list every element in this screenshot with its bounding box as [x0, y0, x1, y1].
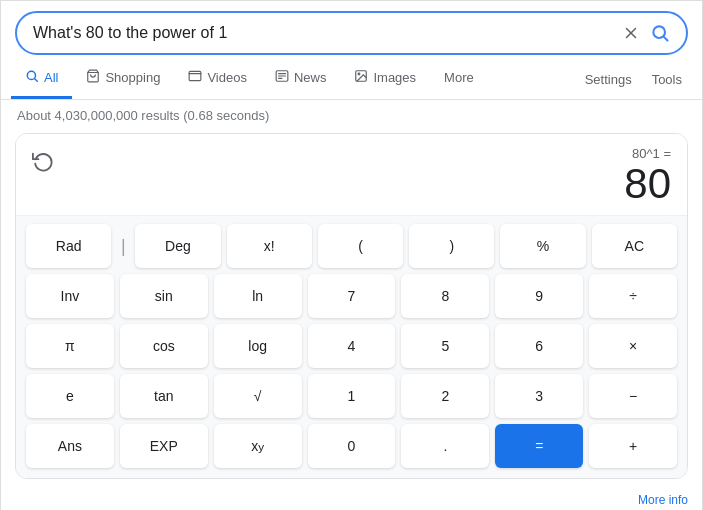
btn-ac[interactable]: AC [592, 224, 677, 268]
tab-videos-label: Videos [207, 70, 247, 85]
btn-pi[interactable]: π [26, 324, 114, 368]
nav-tabs: All Shopping Videos News Images More Set… [1, 59, 702, 100]
tab-news-label: News [294, 70, 327, 85]
btn-power[interactable]: xy [214, 424, 302, 468]
tools-link[interactable]: Tools [642, 62, 692, 97]
btn-minus[interactable]: − [589, 374, 677, 418]
tab-videos[interactable]: Videos [174, 59, 261, 99]
btn-9[interactable]: 9 [495, 274, 583, 318]
calc-buttons-grid: Rad | Deg x! ( ) % AC Inv sin ln 7 8 9 ÷… [16, 216, 687, 478]
btn-open-paren[interactable]: ( [318, 224, 403, 268]
clear-icon[interactable] [622, 24, 640, 42]
news-icon [275, 69, 289, 86]
tab-images[interactable]: Images [340, 59, 430, 99]
tab-images-label: Images [373, 70, 416, 85]
btn-cos[interactable]: cos [120, 324, 208, 368]
all-icon [25, 69, 39, 86]
images-icon [354, 69, 368, 86]
search-input[interactable]: What's 80 to the power of 1 [33, 24, 622, 42]
btn-sqrt[interactable]: √ [214, 374, 302, 418]
videos-icon [188, 69, 202, 86]
btn-plus[interactable]: + [589, 424, 677, 468]
tab-news[interactable]: News [261, 59, 341, 99]
search-bar-container: What's 80 to the power of 1 [1, 1, 702, 55]
btn-2[interactable]: 2 [401, 374, 489, 418]
svg-rect-7 [190, 71, 202, 80]
calculator-card: 80^1 = 80 Rad | Deg x! ( ) % AC Inv sin … [15, 133, 688, 479]
tab-shopping-label: Shopping [105, 70, 160, 85]
btn-multiply[interactable]: × [589, 324, 677, 368]
btn-log[interactable]: log [214, 324, 302, 368]
search-bar: What's 80 to the power of 1 [15, 11, 688, 55]
tab-all-label: All [44, 70, 58, 85]
svg-point-14 [359, 73, 361, 75]
btn-exp[interactable]: EXP [120, 424, 208, 468]
btn-rad[interactable]: Rad [26, 224, 111, 268]
btn-1[interactable]: 1 [308, 374, 396, 418]
btn-5[interactable]: 5 [401, 324, 489, 368]
tab-more[interactable]: More [430, 60, 488, 98]
btn-separator: | [117, 224, 129, 268]
calc-row-2: Inv sin ln 7 8 9 ÷ [26, 274, 677, 318]
btn-deg[interactable]: Deg [135, 224, 220, 268]
btn-e[interactable]: e [26, 374, 114, 418]
more-info-link[interactable]: More info [1, 489, 702, 510]
btn-percent[interactable]: % [500, 224, 585, 268]
calc-row-1: Rad | Deg x! ( ) % AC [26, 224, 677, 268]
btn-6[interactable]: 6 [495, 324, 583, 368]
btn-factorial[interactable]: x! [227, 224, 312, 268]
tab-all[interactable]: All [11, 59, 72, 99]
btn-close-paren[interactable]: ) [409, 224, 494, 268]
calc-row-4: e tan √ 1 2 3 − [26, 374, 677, 418]
svg-line-5 [35, 79, 38, 82]
calc-expression: 80^1 = [624, 146, 671, 161]
btn-0[interactable]: 0 [308, 424, 396, 468]
btn-tan[interactable]: tan [120, 374, 208, 418]
results-info: About 4,030,000,000 results (0.68 second… [1, 100, 702, 129]
btn-8[interactable]: 8 [401, 274, 489, 318]
tab-shopping[interactable]: Shopping [72, 59, 174, 99]
btn-decimal[interactable]: . [401, 424, 489, 468]
btn-4[interactable]: 4 [308, 324, 396, 368]
shopping-icon [86, 69, 100, 86]
calc-result-area: 80^1 = 80 [624, 146, 671, 207]
tab-more-label: More [444, 70, 474, 85]
btn-divide[interactable]: ÷ [589, 274, 677, 318]
calc-result: 80 [624, 161, 671, 207]
search-icons [622, 23, 670, 43]
search-submit-icon[interactable] [650, 23, 670, 43]
btn-inv[interactable]: Inv [26, 274, 114, 318]
btn-sin[interactable]: sin [120, 274, 208, 318]
btn-3[interactable]: 3 [495, 374, 583, 418]
svg-line-3 [664, 37, 668, 41]
btn-ans[interactable]: Ans [26, 424, 114, 468]
settings-link[interactable]: Settings [575, 62, 642, 97]
btn-7[interactable]: 7 [308, 274, 396, 318]
history-icon[interactable] [32, 150, 54, 177]
calc-row-5: Ans EXP xy 0 . = + [26, 424, 677, 468]
btn-ln[interactable]: ln [214, 274, 302, 318]
btn-equals[interactable]: = [495, 424, 583, 468]
calc-display: 80^1 = 80 [16, 134, 687, 216]
calc-row-3: π cos log 4 5 6 × [26, 324, 677, 368]
